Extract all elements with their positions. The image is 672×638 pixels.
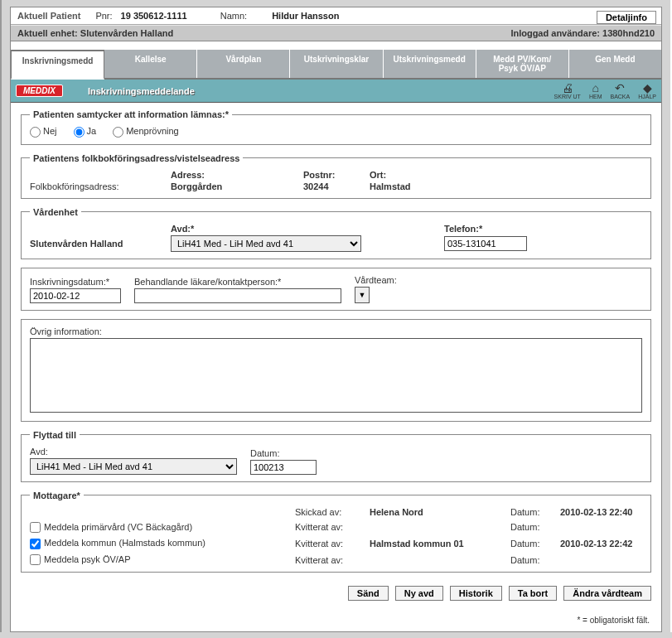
- vardteam-label: Vårdteam:: [355, 275, 397, 285]
- obligatory-note: * = obligatoriskt fält.: [11, 616, 661, 631]
- ort-value: Halmstad: [370, 181, 642, 191]
- kvitterat-value-2: Halmstad kommun 01: [370, 539, 510, 549]
- sand-button[interactable]: Sänd: [348, 586, 389, 601]
- flyttad-legend: Flyttad till: [30, 430, 80, 440]
- flyt-avd-select[interactable]: LiH41 Med - LiH Med avd 41: [30, 458, 237, 475]
- aktuell-patient-label: Aktuell Patient: [17, 11, 80, 21]
- skickad-label: Skickad av:: [295, 507, 370, 517]
- help-icon[interactable]: ◆HJÄLP: [638, 82, 656, 99]
- back-icon[interactable]: ↶BACKA: [610, 82, 630, 99]
- vardenhet-fieldset: Vårdenhet Avd:* Telefon:* Slutenvården H…: [21, 207, 651, 259]
- meddela-psyk[interactable]: Meddela psyk ÖV/AP: [30, 554, 295, 566]
- postnr-label: Postnr:: [303, 170, 370, 180]
- kvitterat-label-2: Kvitterat av:: [295, 539, 370, 549]
- avd-select[interactable]: LiH41 Med - LiH Med avd 41: [171, 235, 361, 252]
- print-icon[interactable]: 🖨SKRIV UT: [554, 82, 581, 99]
- pnr-label: Pnr:: [95, 11, 112, 21]
- consent-nej-radio[interactable]: [30, 127, 41, 138]
- telefon-input[interactable]: [444, 236, 527, 251]
- tab-vardplan[interactable]: Vårdplan: [197, 50, 290, 78]
- datum-value-1: 2010-02-13 22:40: [560, 507, 642, 517]
- telefon-label: Telefon:*: [444, 224, 642, 234]
- datum-label-3: Datum:: [510, 539, 560, 549]
- consent-legend: Patienten samtycker att information lämn…: [30, 109, 232, 119]
- consent-ja-radio[interactable]: [74, 127, 85, 138]
- tab-utskrivningsmedd[interactable]: Utskrivningsmedd: [384, 50, 476, 78]
- inskrivningsdatum-label: Inskrivningsdatum:*: [30, 277, 121, 287]
- vardenhet-legend: Vårdenhet: [30, 207, 81, 217]
- meddela-kommun[interactable]: Meddela kommun (Halmstads kommun): [30, 538, 295, 549]
- login-value: 1380hnd210: [602, 28, 655, 38]
- home-icon[interactable]: ⌂HEM: [589, 82, 602, 99]
- postnr-value: 30244: [303, 181, 370, 191]
- datum-label-1: Datum:: [510, 507, 560, 517]
- kvitterat-label-1: Kvitterat av:: [295, 522, 370, 532]
- vardenhet-name: Slutenvården Halland: [30, 239, 171, 249]
- consent-nej[interactable]: Nej: [30, 126, 57, 138]
- inskrivningsdatum-input[interactable]: [30, 288, 121, 303]
- meddela-primarvard-checkbox[interactable]: [30, 522, 41, 533]
- address-fieldset: Patientens folkbokföringsadress/vistelse…: [21, 153, 651, 199]
- ovrig-textarea[interactable]: [30, 338, 642, 413]
- adress-label: Adress:: [171, 170, 303, 180]
- andra-vardteam-button[interactable]: Ändra vårdteam: [563, 586, 651, 601]
- ovrig-label: Övrig information:: [30, 326, 642, 336]
- skickad-value: Helena Nord: [370, 507, 510, 517]
- datum-label-2: Datum:: [510, 522, 560, 532]
- ta-bort-button[interactable]: Ta bort: [509, 586, 557, 601]
- meddela-psyk-checkbox[interactable]: [30, 554, 41, 565]
- adress-value: Borggården: [171, 181, 303, 191]
- mottagare-fieldset: Mottagare* Skickad av: Helena Nord Datum…: [21, 491, 651, 573]
- login-label: Inloggad användare:: [510, 28, 600, 38]
- flyttad-fieldset: Flyttad till Avd: LiH41 Med - LiH Med av…: [21, 430, 651, 482]
- folk-label: Folkbokföringsadress:: [30, 181, 171, 191]
- address-legend: Patientens folkbokföringsadress/vistelse…: [30, 153, 243, 163]
- namn-label: Namn:: [220, 11, 247, 21]
- meddela-primarvard[interactable]: Meddela primärvård (VC Bäckagård): [30, 522, 295, 534]
- tab-gen-medd[interactable]: Gen Medd: [569, 50, 661, 78]
- detail-info-button[interactable]: Detaljinfo: [597, 11, 656, 24]
- pnr-value: 19 350612-1111: [121, 11, 187, 21]
- datum-value-3: 2010-02-13 22:42: [560, 539, 642, 549]
- meddix-logo: MEDDIX: [16, 85, 63, 97]
- vardteam-dropdown[interactable]: ▼: [355, 287, 370, 303]
- consent-menprovning[interactable]: Menprövning: [113, 126, 179, 138]
- tab-utskrivningsklar[interactable]: Utskrivningsklar: [290, 50, 383, 78]
- kvitterat-label-3: Kvitterat av:: [295, 555, 370, 565]
- consent-fieldset: Patienten samtycker att information lämn…: [21, 109, 651, 145]
- tab-medd-pv-kom[interactable]: Medd PV/Kom/ Psyk ÖV/AP: [476, 50, 569, 78]
- behandlande-input[interactable]: [134, 288, 341, 303]
- avd-label: Avd:*: [171, 224, 386, 234]
- meddela-kommun-checkbox[interactable]: [30, 539, 41, 549]
- consent-ja[interactable]: Ja: [74, 126, 97, 138]
- namn-value: Hildur Hansson: [272, 11, 339, 21]
- tab-kallelse[interactable]: Kallelse: [104, 50, 197, 78]
- patient-header: Aktuell Patient Pnr: 19 350612-1111 Namn…: [11, 7, 661, 25]
- title-bar: MEDDIX Inskrivningsmeddelande 🖨SKRIV UT …: [11, 80, 661, 103]
- unit-header: Aktuell enhet: Slutenvården Halland Inlo…: [11, 25, 661, 41]
- flyt-avd-label: Avd:: [30, 447, 237, 457]
- footer-buttons: Sänd Ny avd Historik Ta bort Ändra vårdt…: [21, 581, 651, 606]
- consent-men-radio[interactable]: [113, 127, 123, 138]
- aktuell-enhet-value: Slutenvården Halland: [80, 28, 173, 38]
- flyt-datum-label: Datum:: [250, 448, 317, 458]
- ny-avd-button[interactable]: Ny avd: [395, 586, 443, 601]
- tab-bar: Inskrivningsmedd Kallelse Vårdplan Utskr…: [11, 50, 661, 80]
- tab-inskrivningsmedd[interactable]: Inskrivningsmedd: [11, 50, 104, 80]
- historik-button[interactable]: Historik: [450, 586, 502, 601]
- datum-label-4: Datum:: [510, 555, 560, 565]
- flyt-datum-input[interactable]: [250, 460, 317, 475]
- aktuell-enhet-label: Aktuell enhet:: [17, 28, 78, 38]
- mottagare-legend: Mottagare*: [30, 491, 84, 500]
- page-title: Inskrivningsmeddelande: [88, 86, 554, 96]
- behandlande-label: Behandlande läkare/kontaktperson:*: [134, 277, 341, 287]
- ort-label: Ort:: [370, 170, 642, 180]
